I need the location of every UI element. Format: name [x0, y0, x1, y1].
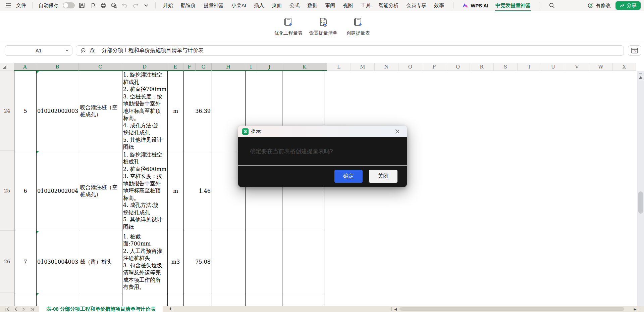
tab-data[interactable]: 数据	[307, 2, 318, 9]
tab-view[interactable]: 视图	[342, 2, 354, 9]
dialog-close-icon[interactable]	[395, 129, 403, 134]
tab-home[interactable]: 开始	[162, 2, 174, 9]
column-header-R[interactable]: R	[470, 63, 494, 71]
column-header-J[interactable]: J	[257, 63, 282, 71]
cell-f24[interactable]: 36.39	[184, 71, 212, 151]
tab-wps-ai[interactable]: WPS AI	[462, 3, 488, 8]
spreadsheet-grid[interactable]: 24 25 26 5 010202002003 咬合灌注桩（空 桩成孔） 1. …	[0, 71, 637, 306]
row-header-24[interactable]: 24	[0, 108, 14, 114]
column-header-F[interactable]: F	[183, 63, 196, 71]
close-button[interactable]: 关闭	[369, 170, 397, 183]
column-header-M[interactable]: M	[351, 63, 375, 71]
quickbar-more-icon[interactable]	[143, 2, 150, 9]
cell-d25[interactable]: 1. 旋挖灌注桩空 桩成孔 2. 桩直径600mm 3. 空桩长度：按 地勘报告…	[122, 151, 168, 231]
column-header-P[interactable]: P	[422, 63, 446, 71]
vertical-scroll-thumb[interactable]	[638, 191, 643, 214]
cell-d26[interactable]: 1. 桩截面:700mm 2. 人工凿预留灌 注砼桩桩头 3. 包含桩头垃圾 清…	[122, 231, 168, 293]
cell-h27[interactable]	[212, 293, 246, 306]
cell-d24[interactable]: 1. 旋挖灌注桩空 桩成孔 2. 桩直径700mm 3. 空桩长度：按 地勘报告…	[122, 71, 168, 151]
formula-pane-icon[interactable]: fx	[628, 45, 641, 56]
cell-f26[interactable]: 75.08	[184, 231, 212, 293]
cell-k27[interactable]	[282, 293, 324, 306]
cell-e26[interactable]: m3	[168, 231, 184, 293]
column-header-K[interactable]: K	[282, 63, 327, 71]
column-header-T[interactable]: T	[518, 63, 541, 71]
column-header-E[interactable]: E	[167, 63, 183, 71]
cell-a27[interactable]	[14, 293, 37, 306]
column-header-L[interactable]: L	[327, 63, 351, 71]
first-sheet-icon[interactable]	[5, 307, 10, 311]
cell-c26[interactable]: 截（凿）桩头	[79, 231, 122, 293]
tab-efficiency[interactable]: 效率	[433, 2, 445, 9]
cell-e25[interactable]: m	[168, 151, 184, 231]
column-header-U[interactable]: U	[541, 63, 565, 71]
cell-f27[interactable]	[184, 293, 212, 306]
add-sheet-button[interactable]: +	[169, 306, 172, 312]
sync-status[interactable]: 有修改	[588, 2, 611, 9]
share-button[interactable]: 分享	[615, 1, 641, 10]
tab-xiaoli-ai[interactable]: 小栗AI	[231, 2, 247, 9]
save-icon[interactable]	[78, 2, 86, 9]
horizontal-scroll-track[interactable]	[399, 306, 631, 312]
cell-a24[interactable]: 5	[14, 71, 37, 151]
cell-c27[interactable]	[79, 293, 122, 306]
column-header-D[interactable]: D	[122, 63, 167, 71]
horizontal-scrollbar[interactable]: ◀ ▶	[391, 306, 644, 312]
cell-c24[interactable]: 咬合灌注桩（空 桩成孔）	[79, 71, 122, 151]
undo-icon[interactable]	[121, 2, 128, 9]
formula-input[interactable]: fx 分部分项工程和单价措施项目清单与计价表	[76, 45, 624, 56]
column-header-H[interactable]: H	[212, 63, 245, 71]
cell-b27[interactable]	[37, 293, 79, 306]
fx-icon[interactable]: fx	[90, 47, 95, 54]
export-pdf-icon[interactable]	[89, 2, 96, 9]
zoom-formula-icon[interactable]	[80, 48, 86, 54]
column-header-S[interactable]: S	[494, 63, 518, 71]
vertical-scrollbar[interactable]	[637, 71, 644, 306]
column-header-A[interactable]: A	[14, 63, 36, 71]
active-sheet-tab[interactable]: 表-08 分部分项工程和单价措施项目清单与计价表	[39, 306, 163, 312]
name-box[interactable]: A1	[5, 45, 72, 56]
scroll-up-icon[interactable]	[639, 76, 642, 79]
tab-insert[interactable]: 插入	[253, 2, 265, 9]
autosave-toggle[interactable]	[63, 2, 75, 8]
search-icon[interactable]	[548, 2, 556, 9]
cell-e27[interactable]	[168, 293, 184, 306]
tab-kuzaojia[interactable]: 酷造价	[180, 2, 197, 9]
column-header-N[interactable]: N	[375, 63, 398, 71]
last-sheet-icon[interactable]	[30, 307, 34, 311]
column-header-V[interactable]: V	[565, 63, 589, 71]
chevron-down-icon[interactable]	[65, 49, 69, 52]
cell-i26[interactable]	[246, 231, 282, 293]
print-icon[interactable]	[100, 2, 107, 9]
tab-tiliang[interactable]: 提量神器	[203, 2, 224, 9]
optimize-quantity-table-button[interactable]: 优化工程量表	[272, 15, 305, 36]
cell-e24[interactable]: m	[168, 71, 184, 151]
menu-file[interactable]: 文件	[15, 2, 27, 9]
prev-sheet-icon[interactable]	[14, 307, 17, 311]
select-all-corner[interactable]	[0, 63, 14, 71]
tab-tools[interactable]: 工具	[360, 2, 371, 9]
tab-member[interactable]: 会员专享	[406, 2, 427, 9]
column-header-I[interactable]: I	[245, 63, 257, 71]
scroll-left-icon[interactable]: ◀	[392, 307, 400, 311]
column-header-B[interactable]: B	[36, 63, 79, 71]
cell-i27[interactable]	[246, 293, 282, 306]
cell-b24[interactable]: 010202002003	[37, 71, 79, 151]
cell-k26[interactable]	[282, 231, 324, 293]
tab-page[interactable]: 页面	[271, 2, 282, 9]
horizontal-scroll-thumb[interactable]	[399, 307, 624, 311]
column-header-G[interactable]: G	[196, 63, 212, 71]
row-header-25[interactable]: 25	[0, 188, 14, 194]
create-quantity-table-button[interactable]: 创建提量表	[342, 15, 374, 36]
scroll-right-icon[interactable]: ▶	[631, 307, 639, 311]
cell-a26[interactable]: 7	[14, 231, 37, 293]
column-header-C[interactable]: C	[79, 63, 122, 71]
row-header-26[interactable]: 26	[0, 259, 14, 265]
setup-quantity-list-button[interactable]: 设置提量清单	[307, 15, 339, 36]
cell-c25[interactable]: 咬合灌注桩（空 桩成孔）	[79, 151, 122, 231]
dialog-title-bar[interactable]: S 提示	[238, 126, 407, 137]
tab-review[interactable]: 审阅	[324, 2, 336, 9]
cell-b25[interactable]: 010202002004	[37, 151, 79, 231]
cell-h26[interactable]	[212, 231, 246, 293]
ok-button[interactable]: 确定	[334, 170, 363, 183]
